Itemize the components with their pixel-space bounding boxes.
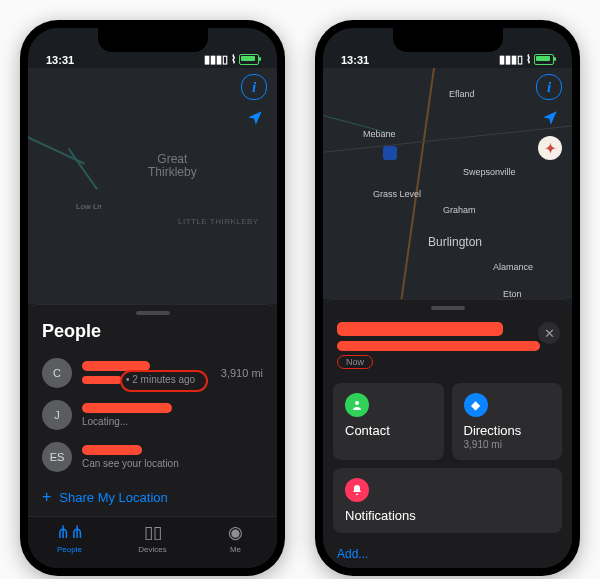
info-icon[interactable]: i [241, 74, 267, 100]
sheet-grabber[interactable] [136, 311, 170, 315]
map-city-label: Swepsonville [463, 168, 516, 178]
avatar: C [42, 358, 72, 388]
map-city-label: Alamance [493, 263, 533, 273]
map-city-label: Burlington [428, 236, 482, 249]
sheet-title: People [28, 321, 277, 352]
map-view[interactable]: i Great Thirkleby LITTLE THIRKLEBY Low L… [28, 68, 277, 304]
distance: 3,910 mi [221, 367, 263, 379]
people-icon: ⋔⋔ [56, 522, 84, 543]
map-label-primary: Great Thirkleby [148, 153, 197, 179]
status-text: Locating... [82, 416, 128, 427]
battery-icon [239, 54, 259, 65]
now-badge: Now [337, 355, 373, 369]
map-road-label: Low Ln [76, 203, 102, 212]
info-icon[interactable]: i [536, 74, 562, 100]
map-city-label: Efland [449, 90, 475, 100]
directions-distance: 3,910 mi [464, 439, 551, 450]
close-icon[interactable]: ✕ [538, 322, 560, 344]
redacted-location [82, 376, 122, 384]
redacted-address [337, 341, 540, 351]
redacted-name [337, 322, 503, 336]
tab-me[interactable]: ◉ Me [194, 517, 277, 568]
compass-icon[interactable]: ✦ [538, 136, 562, 160]
notifications-label: Notifications [345, 508, 550, 523]
locate-icon[interactable] [243, 106, 267, 130]
status-bar: 13:31 ▮▮▮▯ ⌇ [28, 28, 277, 68]
wifi-icon: ⌇ [231, 53, 236, 66]
redacted-name [82, 361, 150, 371]
plus-icon: + [42, 488, 51, 506]
map-label-secondary: LITTLE THIRKLEBY [178, 218, 259, 227]
person-row[interactable]: ES Can see your location [28, 436, 277, 478]
tab-devices[interactable]: ▯▯ Devices [111, 517, 194, 568]
notifications-card[interactable]: Notifications [333, 468, 562, 533]
phone-right: 13:31 ▮▮▮▯ ⌇ i ✦ Efland Mebane Swepsonvi… [315, 20, 580, 576]
status-time: 13:31 [46, 54, 74, 66]
tab-people[interactable]: ⋔⋔ People [28, 517, 111, 568]
status-time: 13:31 [341, 54, 369, 66]
contact-icon [345, 393, 369, 417]
detail-sheet[interactable]: ✕ Now Contact ◆ Directions 3,910 mi [323, 299, 572, 568]
signal-icon: ▮▮▮▯ [204, 53, 228, 66]
person-row[interactable]: C • 2 minutes ago 3,910 mi [28, 352, 277, 394]
map-city-label: Mebane [363, 130, 396, 140]
map-view[interactable]: i ✦ Efland Mebane Swepsonville Grass Lev… [323, 68, 572, 299]
tab-bar: ⋔⋔ People ▯▯ Devices ◉ Me [28, 516, 277, 568]
svg-point-0 [355, 401, 359, 405]
map-city-label: Eton [503, 290, 522, 299]
timestamp: 2 minutes ago [132, 374, 195, 385]
share-location-button[interactable]: + Share My Location [28, 478, 277, 516]
sheet-grabber[interactable] [431, 306, 465, 310]
directions-icon: ◆ [464, 393, 488, 417]
map-city-label: Grass Level [373, 190, 421, 200]
devices-icon: ▯▯ [144, 522, 162, 543]
signal-icon: ▮▮▮▯ [499, 53, 523, 66]
add-button[interactable]: Add... [323, 541, 572, 568]
share-label: Share My Location [59, 490, 167, 505]
people-sheet[interactable]: People C • 2 minutes ago 3,910 mi J [28, 304, 277, 568]
map-city-label: Graham [443, 206, 476, 216]
bell-icon [345, 478, 369, 502]
interstate-shield-icon [383, 146, 397, 160]
me-icon: ◉ [228, 522, 243, 543]
avatar: ES [42, 442, 72, 472]
phone-left: 13:31 ▮▮▮▯ ⌇ i Great Thirkleby LITTLE TH… [20, 20, 285, 576]
redacted-name [82, 445, 142, 455]
contact-card[interactable]: Contact [333, 383, 444, 460]
battery-icon [534, 54, 554, 65]
directions-card[interactable]: ◆ Directions 3,910 mi [452, 383, 563, 460]
status-text: Can see your location [82, 458, 179, 469]
wifi-icon: ⌇ [526, 53, 531, 66]
directions-label: Directions [464, 423, 551, 438]
person-row[interactable]: J Locating... [28, 394, 277, 436]
redacted-name [82, 403, 172, 413]
status-bar: 13:31 ▮▮▮▯ ⌇ [323, 28, 572, 68]
contact-label: Contact [345, 423, 432, 438]
avatar: J [42, 400, 72, 430]
